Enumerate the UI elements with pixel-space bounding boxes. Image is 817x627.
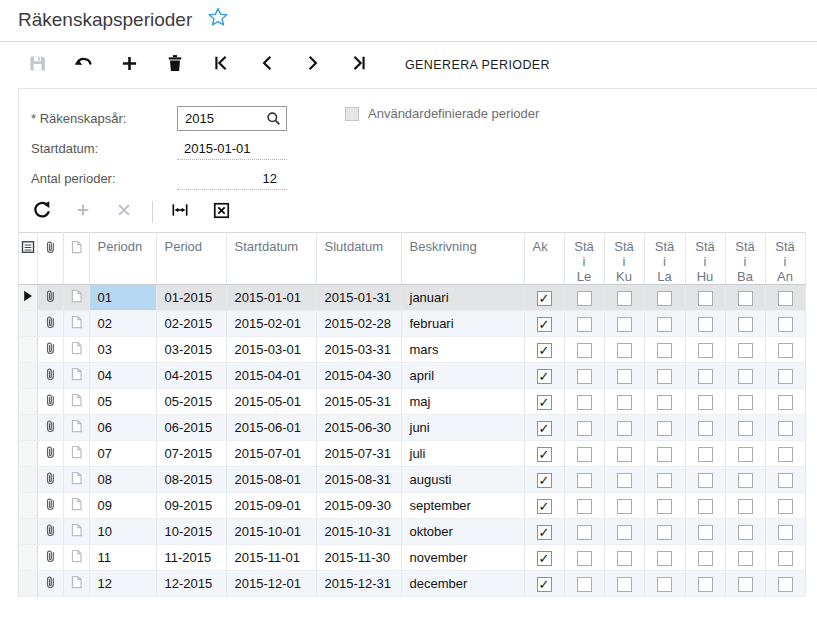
cell-active-checkbox[interactable] <box>524 337 564 363</box>
cell-closed-checkbox-4[interactable] <box>725 363 765 389</box>
cell-closed-checkbox-4[interactable] <box>725 285 765 311</box>
cell-start-date[interactable]: 2015-05-01 <box>226 389 316 415</box>
cell-closed-checkbox-1[interactable] <box>604 337 644 363</box>
files-cell[interactable] <box>37 389 63 415</box>
go-next-button[interactable] <box>301 53 325 77</box>
cell-period-nr[interactable]: 03 <box>89 337 156 363</box>
cell-closed-checkbox-3[interactable] <box>685 545 725 571</box>
row-indicator-cell[interactable] <box>19 571 37 597</box>
add-record-button[interactable] <box>117 53 141 77</box>
column-header-active[interactable]: Ak <box>524 233 564 285</box>
column-header-closed_hu[interactable]: StäiHu <box>685 233 725 285</box>
row-indicator-cell[interactable] <box>19 493 37 519</box>
column-header-start[interactable]: Startdatum <box>226 233 316 285</box>
files-cell[interactable] <box>37 467 63 493</box>
cell-period-nr[interactable]: 09 <box>89 493 156 519</box>
cell-closed-checkbox-5[interactable] <box>765 467 805 493</box>
column-header-desc[interactable]: Beskrivning <box>401 233 524 285</box>
cell-closed-checkbox-5[interactable] <box>765 415 805 441</box>
cell-start-date[interactable]: 2015-10-01 <box>226 519 316 545</box>
lookup-magnifier-icon[interactable] <box>260 111 286 126</box>
files-cell[interactable] <box>37 441 63 467</box>
cell-closed-checkbox-4[interactable] <box>725 389 765 415</box>
cell-closed-checkbox-1[interactable] <box>604 467 644 493</box>
cell-period-nr[interactable]: 10 <box>89 519 156 545</box>
cell-end-date[interactable]: 2015-09-30 <box>316 493 401 519</box>
cell-closed-checkbox-1[interactable] <box>604 389 644 415</box>
row-indicator-cell[interactable] <box>19 467 37 493</box>
fiscal-year-input[interactable] <box>178 111 260 126</box>
row-indicator-cell[interactable] <box>19 311 37 337</box>
column-header-settings[interactable] <box>19 233 37 285</box>
notes-cell[interactable] <box>63 389 89 415</box>
cell-closed-checkbox-2[interactable] <box>644 311 685 337</box>
cell-active-checkbox[interactable] <box>524 493 564 519</box>
cell-period-nr[interactable]: 08 <box>89 467 156 493</box>
cell-closed-checkbox-0[interactable] <box>564 285 604 311</box>
cell-end-date[interactable]: 2015-02-28 <box>316 311 401 337</box>
column-header-closed_le[interactable]: StäiLe <box>564 233 604 285</box>
cell-end-date[interactable]: 2015-10-31 <box>316 519 401 545</box>
cell-closed-checkbox-4[interactable] <box>725 415 765 441</box>
row-indicator-cell[interactable] <box>19 337 37 363</box>
cell-closed-checkbox-3[interactable] <box>685 441 725 467</box>
cell-closed-checkbox-5[interactable] <box>765 571 805 597</box>
cell-closed-checkbox-3[interactable] <box>685 467 725 493</box>
go-first-button[interactable] <box>209 53 233 77</box>
cell-closed-checkbox-2[interactable] <box>644 285 685 311</box>
cell-period[interactable]: 03-2015 <box>156 337 226 363</box>
cell-closed-checkbox-3[interactable] <box>685 571 725 597</box>
cell-closed-checkbox-3[interactable] <box>685 285 725 311</box>
cell-closed-checkbox-1[interactable] <box>604 545 644 571</box>
cell-period-nr[interactable]: 01 <box>89 285 156 311</box>
cell-closed-checkbox-5[interactable] <box>765 363 805 389</box>
cell-period[interactable]: 02-2015 <box>156 311 226 337</box>
cell-active-checkbox[interactable] <box>524 441 564 467</box>
cell-closed-checkbox-0[interactable] <box>564 545 604 571</box>
cell-active-checkbox[interactable] <box>524 285 564 311</box>
cell-closed-checkbox-3[interactable] <box>685 311 725 337</box>
cell-closed-checkbox-0[interactable] <box>564 519 604 545</box>
cell-end-date[interactable]: 2015-03-31 <box>316 337 401 363</box>
cell-description[interactable]: augusti <box>401 467 524 493</box>
cell-period[interactable]: 12-2015 <box>156 571 226 597</box>
cell-closed-checkbox-4[interactable] <box>725 441 765 467</box>
cell-closed-checkbox-1[interactable] <box>604 311 644 337</box>
refresh-button[interactable] <box>29 199 55 225</box>
cell-period[interactable]: 08-2015 <box>156 467 226 493</box>
cell-closed-checkbox-4[interactable] <box>725 337 765 363</box>
files-cell[interactable] <box>37 415 63 441</box>
go-previous-button[interactable] <box>255 53 279 77</box>
cell-start-date[interactable]: 2015-09-01 <box>226 493 316 519</box>
cell-closed-checkbox-2[interactable] <box>644 493 685 519</box>
cell-active-checkbox[interactable] <box>524 415 564 441</box>
cell-closed-checkbox-1[interactable] <box>604 441 644 467</box>
delete-row-button[interactable] <box>111 199 137 225</box>
cell-closed-checkbox-5[interactable] <box>765 441 805 467</box>
cell-description[interactable]: januari <box>401 285 524 311</box>
cell-closed-checkbox-0[interactable] <box>564 337 604 363</box>
notes-cell[interactable] <box>63 415 89 441</box>
cell-closed-checkbox-1[interactable] <box>604 363 644 389</box>
cell-description[interactable]: maj <box>401 389 524 415</box>
notes-cell[interactable] <box>63 493 89 519</box>
cell-closed-checkbox-2[interactable] <box>644 337 685 363</box>
cell-period[interactable]: 07-2015 <box>156 441 226 467</box>
cell-end-date[interactable]: 2015-05-31 <box>316 389 401 415</box>
cell-start-date[interactable]: 2015-02-01 <box>226 311 316 337</box>
cell-closed-checkbox-4[interactable] <box>725 311 765 337</box>
cell-period-nr[interactable]: 06 <box>89 415 156 441</box>
notes-cell[interactable] <box>63 545 89 571</box>
delete-record-button[interactable] <box>163 53 187 77</box>
cell-closed-checkbox-2[interactable] <box>644 441 685 467</box>
cell-period-nr[interactable]: 05 <box>89 389 156 415</box>
cell-end-date[interactable]: 2015-12-31 <box>316 571 401 597</box>
cell-closed-checkbox-4[interactable] <box>725 467 765 493</box>
cell-closed-checkbox-0[interactable] <box>564 493 604 519</box>
undo-button[interactable] <box>71 53 95 77</box>
period-count-field[interactable]: 12 <box>177 167 287 190</box>
cell-closed-checkbox-3[interactable] <box>685 363 725 389</box>
cell-closed-checkbox-1[interactable] <box>604 415 644 441</box>
files-cell[interactable] <box>37 363 63 389</box>
cell-closed-checkbox-2[interactable] <box>644 389 685 415</box>
